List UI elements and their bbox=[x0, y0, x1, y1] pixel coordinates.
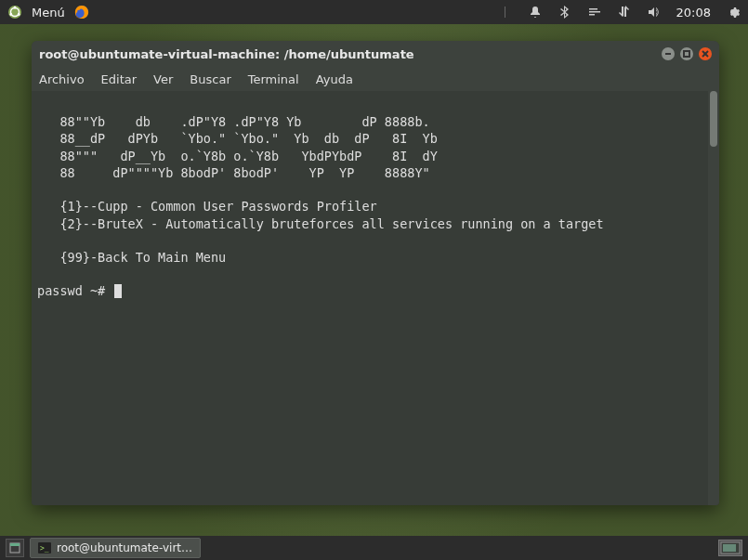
terminal-window: root@ubuntumate-virtual-machine: /home/u… bbox=[32, 41, 719, 505]
menu-file[interactable]: Archivo bbox=[39, 72, 85, 86]
bluetooth-icon[interactable] bbox=[558, 5, 572, 20]
terminal-cursor bbox=[114, 284, 122, 298]
clock[interactable]: 20:08 bbox=[676, 6, 711, 20]
notification-bell-icon[interactable] bbox=[528, 5, 543, 20]
indicator-menu-icon[interactable] bbox=[587, 5, 602, 20]
network-icon[interactable] bbox=[617, 5, 632, 20]
window-titlebar[interactable]: root@ubuntumate-virtual-machine: /home/u… bbox=[32, 41, 719, 67]
firefox-icon[interactable] bbox=[74, 5, 89, 20]
window-minimize-button[interactable] bbox=[662, 47, 675, 60]
bottom-panel: >_ root@ubuntumate-virt… bbox=[0, 536, 748, 560]
menu-search[interactable]: Buscar bbox=[190, 72, 230, 86]
menu-view[interactable]: Ver bbox=[153, 72, 173, 86]
separator-icon bbox=[498, 5, 513, 20]
svg-text:>_: >_ bbox=[40, 544, 49, 553]
workspace-switcher[interactable] bbox=[718, 540, 742, 556]
terminal-body[interactable]: 88""Yb db .dP"Y8 .dP"Y8 Yb dP 8888b. 88_… bbox=[32, 91, 719, 505]
applications-menu[interactable]: Menú bbox=[32, 6, 65, 20]
menu-help[interactable]: Ayuda bbox=[316, 72, 353, 86]
window-close-button[interactable] bbox=[699, 47, 712, 60]
window-maximize-button[interactable] bbox=[680, 47, 693, 60]
svg-rect-16 bbox=[723, 544, 736, 552]
taskbar-button-label: root@ubuntumate-virt… bbox=[57, 541, 192, 554]
taskbar-terminal-button[interactable]: >_ root@ubuntumate-virt… bbox=[30, 538, 201, 558]
svg-point-2 bbox=[14, 7, 17, 9]
scrollbar-thumb[interactable] bbox=[710, 91, 717, 147]
ubuntu-mate-logo-icon[interactable] bbox=[7, 5, 22, 20]
window-title: root@ubuntumate-virtual-machine: /home/u… bbox=[39, 47, 662, 61]
svg-point-4 bbox=[18, 13, 20, 16]
terminal-task-icon: >_ bbox=[38, 541, 51, 554]
gear-icon[interactable] bbox=[726, 5, 741, 20]
show-desktop-button[interactable] bbox=[6, 539, 24, 557]
top-panel: Menú 20:08 bbox=[0, 0, 748, 24]
svg-rect-8 bbox=[684, 51, 689, 57]
volume-icon[interactable] bbox=[647, 5, 662, 20]
desktop: root@ubuntumate-virtual-machine: /home/u… bbox=[0, 24, 748, 536]
svg-point-3 bbox=[9, 13, 12, 16]
svg-rect-6 bbox=[505, 7, 505, 18]
svg-rect-12 bbox=[10, 543, 20, 546]
terminal-output: 88""Yb db .dP"Y8 .dP"Y8 Yb dP 8888b. 88_… bbox=[37, 114, 604, 298]
terminal-menubar: Archivo Editar Ver Buscar Terminal Ayuda bbox=[32, 67, 719, 91]
menu-edit[interactable]: Editar bbox=[101, 72, 138, 86]
terminal-scrollbar[interactable] bbox=[708, 91, 719, 505]
menu-terminal[interactable]: Terminal bbox=[248, 72, 299, 86]
